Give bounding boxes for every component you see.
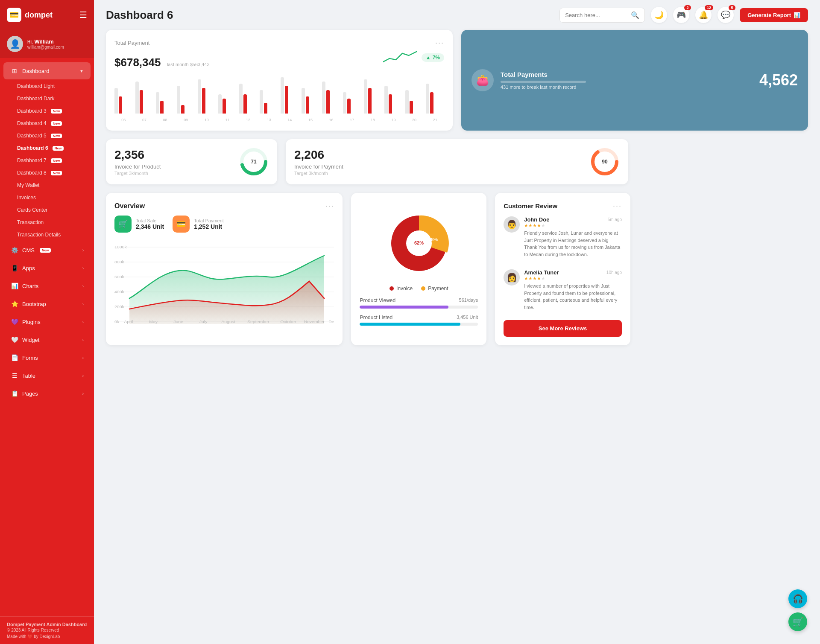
bar-gray [260,90,263,114]
subnav-label: Dashboard 8 [17,170,47,176]
sidebar-item-widget[interactable]: 🤍 Widget › [3,331,91,348]
subnav-label: Dashboard Dark [17,96,54,102]
more-options-button[interactable]: ··· [435,38,444,47]
subnav-label: Dashboard 4 [17,120,47,126]
trend-line-chart [383,49,417,66]
svg-text:600k: 600k [114,275,124,279]
reviewer-avatar-2: 👩 [504,269,520,286]
generate-label: Generate Report [747,12,791,18]
cms-icon: ⚙️ [10,246,19,254]
chevron-down-icon: ▼ [79,69,84,73]
sidebar-item-forms[interactable]: 📄 Forms › [3,349,91,366]
cart-float-button[interactable]: 🛒 [788,612,807,631]
payment-legend-label: Payment [428,286,448,291]
bar-x-label: 09 [177,118,195,122]
see-more-reviews-button[interactable]: See More Reviews [504,320,622,337]
trend-badge: ▲ 7% [422,53,444,62]
notifications-button[interactable]: 🔔 12 [695,7,712,23]
bar-x-label: 16 [322,118,340,122]
subnav-transaction[interactable]: Transaction [10,216,91,228]
bar-group [405,90,424,114]
overview-title: Overview [114,202,145,210]
subnav-invoices[interactable]: Invoices [10,192,91,204]
sidebar-item-cms[interactable]: ⚙️ CMS New › [3,242,91,259]
subnav-dashboard-light[interactable]: Dashboard Light [10,80,91,92]
user-profile: 👤 Hi, William william@gmail.com [0,30,94,58]
content-area: Total Payment ··· $678,345 last month $5… [94,30,820,644]
bar-red [223,99,226,114]
review-item-1: 👨 John Doe 5m ago ★★★★★ Friendly service… [504,216,622,258]
sidebar-item-plugins[interactable]: 💜 Plugins › [3,313,91,330]
product-viewed-progress [360,306,478,309]
pages-label: Pages [22,390,38,397]
header: Dashboard 6 🔍 🌙 🎮 2 🔔 12 💬 5 Gen [94,0,820,30]
subnav-dashboard-6[interactable]: Dashboard 6 New [10,142,91,154]
notifications-badge: 12 [705,5,713,10]
headset-icon: 🎧 [793,594,803,604]
subnav-dashboard-3[interactable]: Dashboard 3 New [10,105,91,117]
bar-group [302,88,320,114]
trend-arrow: ▲ [426,55,431,61]
review-more-button[interactable]: ··· [613,201,622,210]
banner-value: 4,562 [759,71,798,89]
svg-text:April: April [124,320,133,324]
sidebar-item-bootstrap[interactable]: ⭐ Bootstrap › [3,295,91,312]
bar-group [426,84,444,114]
bar-gray [198,79,201,114]
new-badge: New [51,158,62,163]
overview-more-button[interactable]: ··· [325,201,334,210]
apps-button[interactable]: 🎮 2 [673,7,689,23]
sidebar-item-table[interactable]: ☰ Table › [3,367,91,384]
support-float-button[interactable]: 🎧 [788,589,807,608]
table-icon: ☰ [10,371,19,380]
search-box[interactable]: 🔍 [559,8,645,23]
subnav-label: Dashboard 3 [17,108,47,114]
sidebar-logo: 💳 dompet ☰ [0,0,94,30]
subnav-cards-center[interactable]: Cards Center [10,204,91,216]
charts-icon: 📊 [10,282,19,290]
sidebar-item-charts[interactable]: 📊 Charts › [3,277,91,294]
forms-label: Forms [22,355,38,361]
page-title: Dashboard 6 [106,9,173,22]
subnav-dashboard-7[interactable]: Dashboard 7 New [10,154,91,166]
sidebar-item-pages[interactable]: 📋 Pages › [3,385,91,402]
dashboard-label: Dashboard [22,68,50,74]
sidebar-item-apps[interactable]: 📱 Apps › [3,259,91,277]
cms-label: CMS [22,247,35,254]
subnav-dashboard-4[interactable]: Dashboard 4 New [10,117,91,129]
widget-label: Widget [22,337,39,343]
subnav-label: Dashboard 5 [17,133,47,139]
svg-text:0k: 0k [114,320,119,324]
generate-report-button[interactable]: Generate Report 📊 [740,8,808,22]
bar-gray [218,94,222,114]
bar-x-label: 19 [384,118,403,122]
svg-text:62%: 62% [414,240,424,245]
bar-red [119,96,122,114]
pie-chart: 62% 38% [383,207,455,280]
bar-gray [384,86,388,114]
search-icon: 🔍 [631,11,639,19]
dark-mode-button[interactable]: 🌙 [651,7,667,23]
bar-group [114,88,133,114]
svg-text:38%: 38% [428,237,438,242]
messages-button[interactable]: 💬 5 [718,7,734,23]
dashboard-subnav: Dashboard Light Dashboard Dark Dashboard… [0,80,94,241]
svg-text:October: October [280,320,296,324]
bar-group [384,86,403,114]
subnav-dashboard-5[interactable]: Dashboard 5 New [10,130,91,142]
bar-x-label: 18 [364,118,382,122]
sidebar-item-dashboard[interactable]: ⊞ Dashboard ▼ [3,62,91,79]
hamburger-icon[interactable]: ☰ [79,10,87,20]
bar-x-label: 21 [426,118,444,122]
bar-group [218,94,237,114]
total-payment-label-ov: Total Payment [194,218,224,223]
subnav-dashboard-8[interactable]: Dashboard 8 New [10,167,91,179]
subnav-transaction-details[interactable]: Transaction Details [10,229,91,241]
subnav-dashboard-dark[interactable]: Dashboard Dark [10,93,91,105]
search-input[interactable] [565,12,627,18]
invoice-legend-label: Invoice [396,286,413,291]
user-name: Hi, William [27,38,64,45]
bar-gray [177,86,180,114]
subnav-my-wallet[interactable]: My Wallet [10,179,91,191]
bar-group [260,90,278,114]
